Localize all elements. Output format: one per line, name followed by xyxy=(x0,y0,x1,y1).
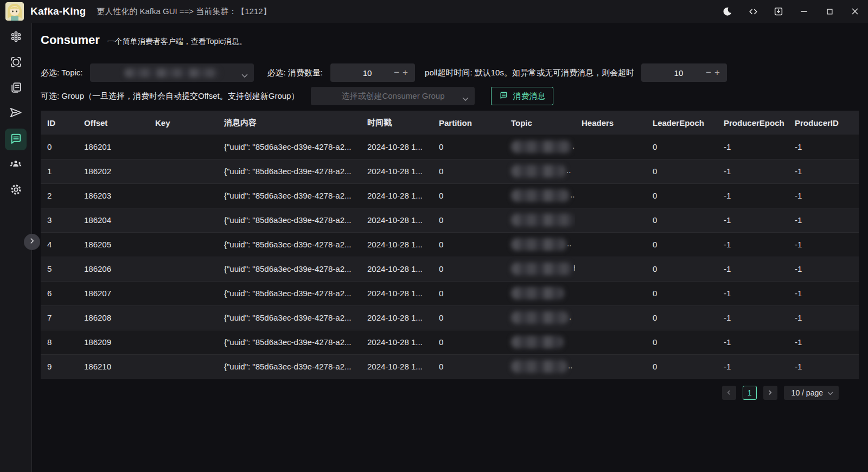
cell-key xyxy=(149,135,218,159)
pagination: 1 10 / page xyxy=(41,386,859,400)
cell-leader_epoch: 0 xyxy=(646,135,717,159)
cell-id: 1 xyxy=(41,159,78,183)
column-header-3: 消息内容 xyxy=(218,111,361,135)
cell-partition: 0 xyxy=(432,183,505,208)
column-header-1: Offset xyxy=(78,111,149,135)
cell-key xyxy=(149,257,218,281)
sidebar-item-cluster[interactable] xyxy=(5,27,27,48)
table-row[interactable]: 1186202{"uuid": "85d6a3ec-d39e-4278-a2..… xyxy=(41,159,859,183)
cell-producer_id: -1 xyxy=(788,135,859,159)
plus-icon[interactable]: + xyxy=(713,67,722,78)
table-row[interactable]: 3186204{"uuid": "85d6a3ec-d39e-4278-a2..… xyxy=(41,208,859,232)
cell-headers xyxy=(575,257,646,281)
page-size-select[interactable]: 10 / page xyxy=(784,386,839,400)
prev-page-button[interactable] xyxy=(722,386,736,400)
cell-offset: 186203 xyxy=(78,183,149,208)
page-number-button[interactable]: 1 xyxy=(743,386,757,400)
table-row[interactable]: 8186209{"uuid": "85d6a3ec-d39e-4278-a2..… xyxy=(41,330,859,354)
next-page-button[interactable] xyxy=(763,386,777,400)
cell-headers xyxy=(575,281,646,305)
cell-headers xyxy=(575,305,646,330)
cell-leader_epoch: 0 xyxy=(646,183,717,208)
cell-key xyxy=(149,281,218,305)
minus-icon[interactable]: − xyxy=(704,67,713,78)
sidebar-item-monitor[interactable] xyxy=(5,52,27,74)
cell-id: 0 xyxy=(41,135,78,159)
cell-id: 3 xyxy=(41,208,78,232)
table-row[interactable]: 7186208{"uuid": "85d6a3ec-d39e-4278-a2..… xyxy=(41,305,859,330)
consume-messages-button[interactable]: 消费消息 xyxy=(491,87,553,105)
cell-id: 8 xyxy=(41,330,78,354)
cell-topic xyxy=(505,281,575,305)
plus-icon[interactable]: + xyxy=(401,67,410,78)
sidebar-expand-handle[interactable] xyxy=(24,234,40,250)
chevron-down-icon xyxy=(241,71,248,80)
chevron-down-icon xyxy=(462,94,469,104)
cell-id: 5 xyxy=(41,257,78,281)
table-row[interactable]: 2186203{"uuid": "85d6a3ec-d39e-4278-a2..… xyxy=(41,183,859,208)
table-row[interactable]: 6186207{"uuid": "85d6a3ec-d39e-4278-a2..… xyxy=(41,281,859,305)
maximize-icon[interactable] xyxy=(824,6,835,17)
minus-icon[interactable]: − xyxy=(392,67,401,78)
group-label: 可选: Group（一旦选择，消费时会自动提交Offset。支持创建新Group… xyxy=(41,91,299,101)
poll-timeout-value: 10 xyxy=(641,68,704,78)
topic-suffix: ... xyxy=(572,141,575,150)
minimize-icon[interactable] xyxy=(799,6,809,17)
cell-id: 7 xyxy=(41,305,78,330)
cell-headers xyxy=(575,354,646,379)
cell-message: {"uuid": "85d6a3ec-d39e-4278-a2... xyxy=(218,232,361,257)
table-row[interactable]: 0186201{"uuid": "85d6a3ec-d39e-4278-a2..… xyxy=(41,135,859,159)
cell-headers xyxy=(575,330,646,354)
quantity-label: 必选: 消费数量: xyxy=(267,68,323,78)
cell-producer_id: -1 xyxy=(788,208,859,232)
cell-leader_epoch: 0 xyxy=(646,305,717,330)
cell-timestamp: 2024-10-28 1... xyxy=(361,281,432,305)
page-description: 一个简单消费者客户端，查看Topic消息。 xyxy=(107,37,247,47)
app-title: Kafka-King xyxy=(30,5,86,17)
cell-offset: 186210 xyxy=(78,354,149,379)
devtools-code-icon[interactable] xyxy=(748,6,758,17)
sidebar-item-producer[interactable] xyxy=(5,103,27,125)
sidebar-item-consumer[interactable] xyxy=(5,129,27,150)
app-logo xyxy=(5,2,24,21)
theme-toggle-moon-icon[interactable] xyxy=(722,6,733,17)
sidebar xyxy=(0,23,32,472)
sidebar-item-topics[interactable] xyxy=(5,78,27,99)
cell-partition: 0 xyxy=(432,305,505,330)
topic-select[interactable] xyxy=(90,63,254,82)
cell-message: {"uuid": "85d6a3ec-d39e-4278-a2... xyxy=(218,159,361,183)
sidebar-item-settings[interactable] xyxy=(5,180,27,201)
cell-producer_id: -1 xyxy=(788,183,859,208)
cell-id: 2 xyxy=(41,183,78,208)
cell-offset: 186205 xyxy=(78,232,149,257)
cell-producer_id: -1 xyxy=(788,330,859,354)
table-row[interactable]: 4186205{"uuid": "85d6a3ec-d39e-4278-a2..… xyxy=(41,232,859,257)
cell-producer_id: -1 xyxy=(788,159,859,183)
cell-producer_epoch: -1 xyxy=(717,208,788,232)
column-header-0: ID xyxy=(41,111,78,135)
cell-timestamp: 2024-10-28 1... xyxy=(361,232,432,257)
sidebar-item-groups[interactable] xyxy=(5,154,27,176)
cell-timestamp: 2024-10-28 1... xyxy=(361,135,432,159)
cell-topic: .. xyxy=(505,354,575,379)
quantity-stepper[interactable]: 10 − + xyxy=(330,63,415,82)
redacted-topic-pill xyxy=(511,287,564,299)
close-icon[interactable] xyxy=(850,6,860,17)
topic-suffix: h... xyxy=(573,263,575,272)
cell-producer_epoch: -1 xyxy=(717,257,788,281)
consumer-group-select[interactable]: 选择或创建Consumer Group xyxy=(311,87,475,105)
send-paper-plane-icon xyxy=(9,106,23,122)
poll-timeout-stepper[interactable]: 10 − + xyxy=(641,63,727,82)
cell-timestamp: 2024-10-28 1... xyxy=(361,208,432,232)
cell-topic: . xyxy=(505,305,575,330)
table-row[interactable]: 5186206{"uuid": "85d6a3ec-d39e-4278-a2..… xyxy=(41,257,859,281)
redacted-topic-pill xyxy=(511,336,564,348)
form-row-topic: 必选: Topic: 必选: 消费数量: 10 − + poll超时时间: 默认… xyxy=(41,63,859,82)
download-icon[interactable] xyxy=(773,6,784,17)
table-row[interactable]: 9186210{"uuid": "85d6a3ec-d39e-4278-a2..… xyxy=(41,354,859,379)
cell-producer_epoch: -1 xyxy=(717,354,788,379)
cell-partition: 0 xyxy=(432,159,505,183)
chevron-down-icon xyxy=(827,388,833,397)
cell-offset: 186204 xyxy=(78,208,149,232)
cell-message: {"uuid": "85d6a3ec-d39e-4278-a2... xyxy=(218,281,361,305)
